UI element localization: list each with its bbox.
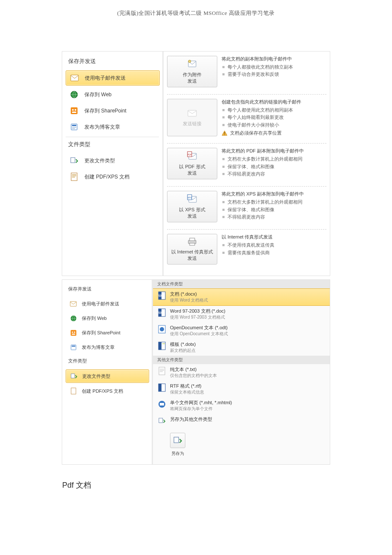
filetype-txt[interactable]: 纯文本 (*.txt) 仅包含您的文档中的文本 <box>153 364 330 381</box>
card-send-link: 发送链接 创建包含指向此文档的链接的电子邮件 每个人都使用此文档的相同副本 每个… <box>167 94 326 139</box>
card-bullet: 保留字体、格式和图像 <box>222 164 326 170</box>
btn-send-as-pdf[interactable]: PDF 以 PDF 形式 发送 <box>167 148 217 179</box>
menu-label: 创建 PDF/XPS 文档 <box>84 173 130 181</box>
svg-rect-37 <box>72 345 75 347</box>
menu-save-to-web[interactable]: 保存到 Web <box>66 87 160 102</box>
card-warning-row: 文档必须保存在共享位置 <box>222 130 326 136</box>
svg-rect-6 <box>72 112 76 113</box>
card-send-xps: XPS 以 XPS 形式 发送 将此文档的 XPS 副本附加到电子邮件中 文档在… <box>167 186 326 225</box>
card-bullet: 需要手动合并更改和反馈 <box>222 71 326 78</box>
svg-rect-38 <box>71 374 74 378</box>
svg-rect-15 <box>72 177 75 178</box>
left-pane-2: 保存并发送 使用电子邮件发送 保存到 Web 保存到 SharePoint <box>62 280 152 464</box>
btn-send-as-attachment[interactable]: 作为附件 发送 <box>167 56 217 87</box>
btn-send-as-xps[interactable]: XPS 以 XPS 形式 发送 <box>167 191 217 222</box>
screenshot-change-file-type: 保存并发送 使用电子邮件发送 保存到 Web 保存到 SharePoint <box>62 279 330 465</box>
menu-save-to-sharepoint[interactable]: 保存到 SharePoint <box>66 104 160 118</box>
card-bullet: 每个人都接收此文档的独立副本 <box>222 64 326 70</box>
filetype-name: RTF 格式 (*.rtf) <box>170 383 204 389</box>
right-pane-2: 文档文件类型 W 文档 (*.docx) 使用 Word 文档格式 W Word… <box>152 280 330 464</box>
svg-rect-39 <box>71 388 75 394</box>
svg-text:W: W <box>158 311 162 315</box>
divider <box>66 137 159 137</box>
card-send-fax: 以 Internet 传真形式 发送 以 Internet 传真形式发送 不使用… <box>167 229 326 267</box>
filetype-docx[interactable]: W 文档 (*.docx) 使用 Word 文档格式 <box>153 288 330 306</box>
svg-rect-56 <box>159 384 161 391</box>
filetype-name: 纯文本 (*.txt) <box>170 366 217 373</box>
btn-send-as-fax[interactable]: 以 Internet 传真形式 发送 <box>167 234 217 265</box>
card-bullet: 每个人始终能看到最新更改 <box>222 114 326 121</box>
xps-mail-icon: XPS <box>187 194 198 204</box>
menu-label: 更改文件类型 <box>82 373 110 380</box>
card-title: 创建包含指向此文档的链接的电子邮件 <box>222 99 326 105</box>
svg-point-47 <box>160 327 164 331</box>
card-title: 以 Internet 传真形式发送 <box>222 234 326 240</box>
menu-publish-blog-2[interactable]: 发布为博客文章 <box>66 341 149 354</box>
svg-rect-10 <box>72 128 75 129</box>
menu-label: 更改文件类型 <box>84 157 115 164</box>
menu-change-file-type[interactable]: 更改文件类型 <box>66 153 160 168</box>
filetype-saveas-other[interactable]: 另存为其他文件类型 <box>153 414 330 428</box>
menu-save-to-web-2[interactable]: 保存到 Web <box>66 312 149 325</box>
menu-publish-blog[interactable]: 发布为博客文章 <box>66 120 160 134</box>
blog-icon <box>69 343 78 351</box>
filetype-dotx[interactable]: 模板 (*.dotx) 新文档的起点 <box>153 339 330 356</box>
btn-label: 以 XPS 形式 发送 <box>179 207 205 219</box>
menu-send-as-email-2[interactable]: 使用电子邮件发送 <box>66 297 149 310</box>
card-bullet: 需要传真服务提供商 <box>222 250 326 256</box>
svg-rect-14 <box>72 175 76 176</box>
webpage-icon <box>157 400 167 409</box>
svg-rect-60 <box>174 437 179 443</box>
btn-label: 发送链接 <box>183 121 202 127</box>
txt-icon <box>157 366 167 376</box>
svg-rect-58 <box>160 403 164 405</box>
filetype-mht[interactable]: 单个文件网页 (*.mht, *.mhtml) 将网页保存为单个文件 <box>153 397 330 414</box>
section-title-save-send: 保存并发送 <box>66 55 162 69</box>
svg-point-34 <box>74 331 75 333</box>
filetype-desc: 将网页保存为单个文件 <box>170 406 232 412</box>
card-warning-text: 文档必须保存在共享位置 <box>230 130 282 136</box>
mail-icon <box>69 73 80 83</box>
filetype-desc: 仅包含您的文档中的文本 <box>170 373 217 379</box>
svg-rect-51 <box>159 367 165 375</box>
card-bullet: 每个人都使用此文档的相同副本 <box>222 107 326 113</box>
card-bullet: 不得轻易更改内容 <box>222 214 326 220</box>
menu-label: 发布为博客文章 <box>84 124 120 131</box>
menu-save-to-sharepoint-2[interactable]: 保存到 SharePoint <box>66 326 149 339</box>
menu-create-pdf-xps-2[interactable]: 创建 PDF/XPS 文档 <box>66 385 149 397</box>
svg-text:W: W <box>158 293 162 298</box>
menu-label: 保存到 Web <box>84 91 112 98</box>
document-header: (完满版)全国计算机等级考试二级 MSOffice 高级应用学习笔录 <box>0 0 392 51</box>
menu-label: 保存到 SharePoint <box>82 330 120 336</box>
change-filetype-icon <box>69 156 79 165</box>
filetype-desc: 使用 Word 97-2003 文档格式 <box>170 314 225 320</box>
filetype-name: 单个文件网页 (*.mht, *.mhtml) <box>170 400 232 406</box>
pdf-mail-icon: PDF <box>187 151 198 161</box>
card-send-attachment: 作为附件 发送 将此文档的副本附加到电子邮件中 每个人都接收此文档的独立副本 需… <box>167 56 326 90</box>
svg-rect-19 <box>224 132 225 134</box>
menu-change-file-type-2[interactable]: 更改文件类型 <box>66 369 149 383</box>
card-bullet: 文档在大多数计算机上的外观都相同 <box>222 199 326 205</box>
save-as-button[interactable] <box>170 433 185 448</box>
warning-icon <box>222 130 228 136</box>
filetype-odt[interactable]: OpenDocument 文本 (*.odt) 使用 OpenDocument … <box>153 322 330 339</box>
svg-text:XPS: XPS <box>187 196 192 199</box>
menu-label: 使用电子邮件发送 <box>82 301 119 307</box>
menu-create-pdf-xps[interactable]: 创建 PDF/XPS 文档 <box>66 170 160 184</box>
svg-rect-13 <box>72 174 76 175</box>
filetype-rtf[interactable]: RTF 格式 (*.rtf) 保留文本格式信息 <box>153 381 330 397</box>
svg-rect-52 <box>160 369 164 369</box>
filetype-doc97[interactable]: W Word 97-2003 文档 (*.doc) 使用 Word 97-200… <box>153 306 330 322</box>
svg-point-33 <box>72 331 73 333</box>
saveas-other-icon <box>157 416 167 426</box>
link-icon <box>187 109 198 118</box>
filetype-name: Word 97-2003 文档 (*.doc) <box>170 308 225 314</box>
filetype-desc: 使用 OpenDocument 文本格式 <box>170 331 228 337</box>
svg-rect-0 <box>71 75 78 81</box>
menu-send-as-email[interactable]: 使用电子邮件发送 <box>66 70 160 86</box>
group-header-doc-types: 文档文件类型 <box>153 280 330 288</box>
btn-send-link[interactable]: 发送链接 <box>167 99 217 136</box>
card-bullet: 不使用传真机发送传真 <box>222 242 326 248</box>
svg-rect-28 <box>190 238 195 241</box>
filetype-desc: 保留文本格式信息 <box>170 389 204 395</box>
